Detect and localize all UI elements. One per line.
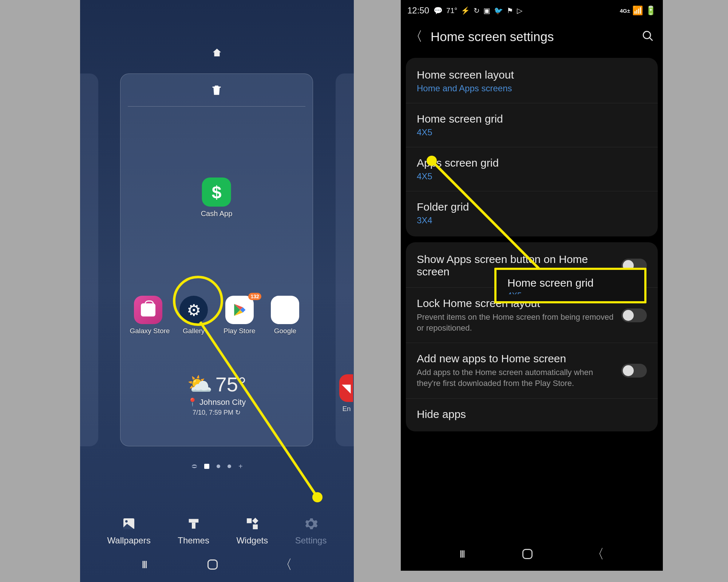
app-galaxy-store[interactable]: Galaxy Store [130,296,166,335]
row-folder-grid[interactable]: Folder grid 3X4 [406,191,658,235]
svg-point-6 [643,31,650,39]
button-label: Wallpapers [107,535,151,546]
button-label: Settings [295,535,327,546]
wallpapers-icon [107,516,151,532]
svg-rect-2 [189,519,198,523]
row-add-new-apps[interactable]: Add new apps to Home screen Add apps to … [406,343,658,398]
row-description: Add apps to the Home screen automaticall… [417,367,616,388]
page-indicator-row[interactable]: + [192,464,242,469]
refresh-icon: ↻ [235,409,241,416]
toggle-switch[interactable] [621,364,647,378]
nav-recents-button[interactable]: III [142,558,146,571]
settings-icon [295,516,327,532]
callout-subtitle: 4X5 [507,291,644,294]
play-icon: ▷ [517,6,522,15]
messenger-icon: 💬 [434,6,443,15]
row-subtitle: 4X5 [417,171,647,182]
app-folder-google[interactable]: Google [267,296,303,335]
row-subtitle: Home and Apps screens [417,83,647,93]
home-settings-button[interactable]: Settings [295,516,327,546]
svg-rect-4 [247,518,252,523]
toggle-switch[interactable] [621,308,647,322]
home-page-panel[interactable]: $ Cash App Galaxy Store ⚙ Gallery 132 [120,73,313,446]
app-play-store[interactable]: 132 Play Store [221,296,258,335]
page-dot-home[interactable] [204,464,209,469]
adjacent-app-icon[interactable]: ◥ En [339,374,354,413]
wallpapers-button[interactable]: Wallpapers [107,516,151,546]
flag-icon: ⚑ [507,6,513,15]
system-nav-bar: III 〈 [401,543,663,565]
row-title: Home screen layout [417,69,647,81]
row-home-screen-grid[interactable]: Home screen grid 4X5 [406,103,658,147]
page-dot[interactable] [228,465,231,468]
system-nav-bar: III 〈 [80,554,354,575]
row-home-screen-layout[interactable]: Home screen layout Home and Apps screens [406,59,658,103]
cash-app-icon: $ [202,178,231,207]
row-subtitle: 4X5 [417,127,647,137]
app-label: Play Store [221,327,258,335]
settings-card-grids: Home screen layout Home and Apps screens… [406,58,658,236]
network-icon: 4G± [620,8,630,14]
highlight-ring [173,276,223,326]
weather-location: Johnson City [199,398,246,407]
nav-home-button[interactable] [522,549,533,559]
status-temp: 71° [446,7,457,15]
svg-rect-5 [253,525,257,529]
row-apps-screen-grid[interactable]: Apps screen grid 4X5 [406,147,658,191]
dragged-app[interactable]: $ Cash App [201,178,233,218]
galaxy-store-icon [134,296,162,324]
widgets-button[interactable]: Widgets [236,516,268,546]
add-page-button[interactable]: + [238,465,242,468]
button-label: Themes [178,535,209,546]
status-time: 12:50 [407,5,429,16]
folder-icon [271,296,299,324]
signal-icon: 📶 [632,5,643,16]
bolt-icon: ⚡ [461,6,470,15]
nav-back-button[interactable]: 〈 [591,545,604,563]
adjacent-page-left[interactable] [80,73,98,446]
back-button[interactable]: 〈 [410,28,423,45]
svg-rect-3 [192,523,195,529]
weather-icon: ⛅ [187,372,213,396]
row-title: Hide apps [417,408,647,420]
svg-point-1 [125,520,128,523]
page-dot[interactable] [217,465,220,468]
row-subtitle: 3X4 [417,215,647,226]
home-editor-screen: $ Cash App Galaxy Store ⚙ Gallery 132 [80,0,354,582]
sync-icon: ↻ [474,6,480,15]
remove-dropzone[interactable] [128,74,305,107]
row-title: Folder grid [417,201,647,213]
row-hide-apps[interactable]: Hide apps [406,398,658,430]
location-pin-icon: 📍 [187,398,197,407]
home-indicator-icon [211,47,222,61]
weather-widget[interactable]: ⛅75° 📍 Johnson City 7/10, 7:59 PM ↻ [187,372,246,416]
notification-badge: 132 [248,293,261,300]
nav-recents-button[interactable]: III [459,548,464,560]
row-title: Home screen grid [417,113,647,125]
settings-header: 〈 Home screen settings [401,21,663,52]
dragged-app-label: Cash App [201,210,233,218]
status-bar: 12:50 💬 71° ⚡ ↻ ▣ 🐦 ⚑ ▷ 4G± 📶 🔋 [401,0,663,21]
themes-button[interactable]: Themes [178,516,209,546]
widgets-icon [236,516,268,532]
svg-line-7 [649,37,653,41]
page-title: Home screen settings [431,29,642,44]
app-label: Gallery [175,327,212,335]
row-description: Prevent items on the Home screen from be… [417,312,616,333]
email-icon: ◥ [339,374,353,402]
weather-temp: 75° [215,372,246,396]
row-title: Apps screen grid [417,157,647,169]
trash-icon [210,83,223,97]
nav-home-button[interactable] [207,559,218,570]
app-label: Galaxy Store [130,327,166,335]
callout-title: Home screen grid [507,277,644,289]
row-title: Add new apps to Home screen [417,352,616,365]
twitter-icon: 🐦 [494,6,503,15]
nav-back-button[interactable]: 〈 [279,556,292,574]
adjacent-app-label: En [339,405,354,413]
search-button[interactable] [642,30,654,44]
apps-screen-dot[interactable] [192,465,197,468]
play-store-icon [225,296,254,324]
image-icon: ▣ [483,6,490,15]
app-label: Google [267,327,303,335]
